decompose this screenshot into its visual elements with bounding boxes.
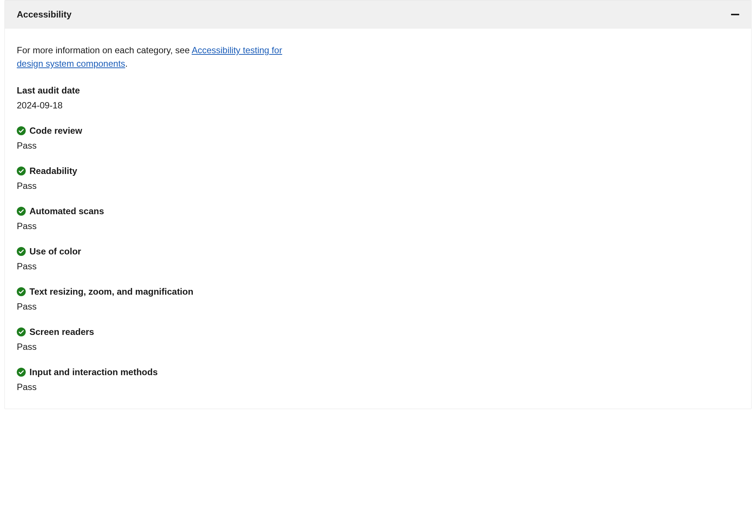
panel-body: For more information on each category, s… xyxy=(5,29,751,409)
check-status: Pass xyxy=(17,340,739,354)
svg-point-2 xyxy=(17,207,26,216)
check-label: Code review xyxy=(29,124,82,137)
audit-date-section: Last audit date 2024-09-18 xyxy=(17,84,739,112)
check-status: Pass xyxy=(17,300,739,313)
check-heading: Readability xyxy=(17,164,739,178)
check-heading: Automated scans xyxy=(17,205,739,218)
check-heading: Input and interaction methods xyxy=(17,365,739,379)
check-status: Pass xyxy=(17,219,739,233)
check-circle-icon xyxy=(17,368,26,377)
check-heading: Use of color xyxy=(17,245,739,258)
check-item: Input and interaction methodsPass xyxy=(17,365,739,394)
check-label: Readability xyxy=(29,164,77,178)
check-item: Text resizing, zoom, and magnificationPa… xyxy=(17,285,739,313)
check-label: Automated scans xyxy=(29,205,104,218)
check-status: Pass xyxy=(17,139,739,152)
minus-icon xyxy=(731,14,739,15)
check-label: Text resizing, zoom, and magnification xyxy=(29,285,193,298)
intro-text: For more information on each category, s… xyxy=(17,44,285,70)
check-circle-icon xyxy=(17,167,26,175)
accessibility-panel: Accessibility For more information on ea… xyxy=(4,0,752,409)
svg-point-0 xyxy=(17,126,26,135)
check-item: Use of colorPass xyxy=(17,245,739,273)
check-circle-icon xyxy=(17,247,26,256)
check-circle-icon xyxy=(17,126,26,135)
audit-date-value: 2024-09-18 xyxy=(17,99,739,112)
check-label: Use of color xyxy=(29,245,81,258)
audit-date-label: Last audit date xyxy=(17,84,739,97)
check-label: Input and interaction methods xyxy=(29,365,158,379)
check-heading: Text resizing, zoom, and magnification xyxy=(17,285,739,298)
intro-prefix: For more information on each category, s… xyxy=(17,45,192,55)
check-circle-icon xyxy=(17,287,26,296)
check-status: Pass xyxy=(17,260,739,273)
check-item: Automated scansPass xyxy=(17,205,739,233)
check-status: Pass xyxy=(17,179,739,193)
check-heading: Screen readers xyxy=(17,325,739,339)
svg-point-3 xyxy=(17,247,26,256)
check-item: Screen readersPass xyxy=(17,325,739,354)
check-heading: Code review xyxy=(17,124,739,137)
panel-title: Accessibility xyxy=(17,8,72,21)
panel-header[interactable]: Accessibility xyxy=(5,0,751,29)
svg-point-4 xyxy=(17,287,26,296)
check-item: Code reviewPass xyxy=(17,124,739,152)
check-list: Code reviewPassReadabilityPassAutomated … xyxy=(17,124,739,394)
svg-point-6 xyxy=(17,368,26,377)
check-status: Pass xyxy=(17,380,739,394)
intro-suffix: . xyxy=(125,58,128,69)
check-label: Screen readers xyxy=(29,325,94,339)
svg-point-5 xyxy=(17,327,26,336)
check-circle-icon xyxy=(17,207,26,216)
check-item: ReadabilityPass xyxy=(17,164,739,193)
check-circle-icon xyxy=(17,327,26,336)
svg-point-1 xyxy=(17,167,26,175)
